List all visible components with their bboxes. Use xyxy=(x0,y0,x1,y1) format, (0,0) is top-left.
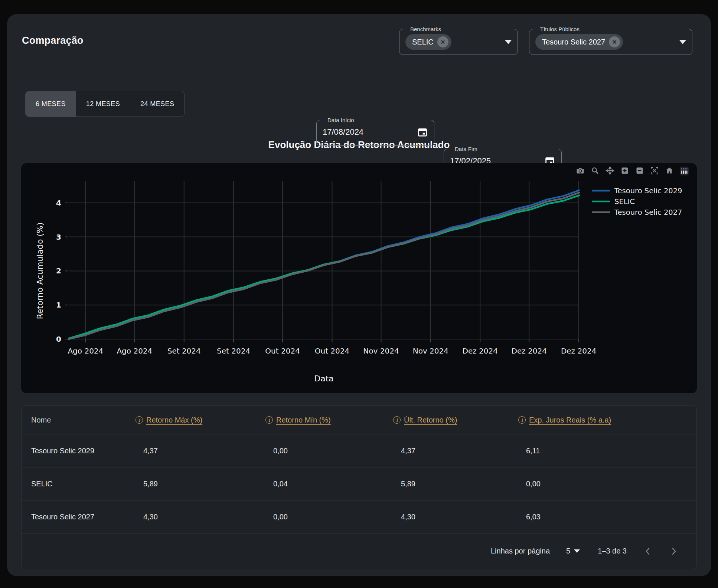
benchmarks-label: Benchmarks xyxy=(408,26,444,32)
x-tick-label: Dez 2024 xyxy=(561,346,596,355)
zoom-out-icon[interactable] xyxy=(635,166,644,175)
x-tick-label: Nov 2024 xyxy=(363,346,399,355)
x-tick-label: Ago 2024 xyxy=(117,346,152,355)
pagination-bar: Linhas por página 5 1–3 de 3 xyxy=(22,533,696,569)
card-header: Comparação Benchmarks SELIC × Títulos Pú… xyxy=(7,14,711,67)
summary-table-card: Nome iRetorno Máx (%) iRetorno Mín (%) i… xyxy=(21,405,697,569)
titulo-chip[interactable]: Tesouro Selic 2027 × xyxy=(535,34,623,50)
period-button-6m[interactable]: 6 MESES xyxy=(26,91,76,116)
previous-page-button[interactable] xyxy=(643,546,653,556)
plotly-modebar xyxy=(576,166,689,175)
y-tick-label: 2 xyxy=(56,266,61,275)
zoom-icon[interactable] xyxy=(591,166,600,175)
cell-retorno-max: 4,37 xyxy=(126,434,256,467)
remove-titulo-icon[interactable]: × xyxy=(609,36,620,47)
filter-row: 6 MESES 12 MESES 24 MESES Data Início 17… xyxy=(7,89,711,121)
x-tick-label: Dez 2024 xyxy=(512,346,547,355)
camera-icon[interactable] xyxy=(576,166,585,175)
chevron-down-icon xyxy=(505,40,512,44)
legend-label: Tesouro Selic 2029 xyxy=(614,187,682,195)
table-row: SELIC 5,89 0,04 5,89 0,00 xyxy=(22,467,696,500)
series-line-tesouro-selic-2027 xyxy=(69,193,579,339)
benchmarks-select[interactable]: Benchmarks SELIC × xyxy=(399,26,518,55)
calendar-icon[interactable] xyxy=(417,127,428,138)
legend-label: SELIC xyxy=(614,197,635,206)
titulos-label: Títulos Públicos xyxy=(538,26,582,32)
cell-nome: Tesouro Selic 2027 xyxy=(22,500,126,533)
period-button-group: 6 MESES 12 MESES 24 MESES xyxy=(25,91,185,117)
chevron-down-icon xyxy=(574,549,580,553)
remove-benchmark-icon[interactable]: × xyxy=(437,36,448,47)
cell-retorno-min: 0,04 xyxy=(256,467,384,500)
zoom-in-icon[interactable] xyxy=(620,166,629,175)
x-tick-label: Set 2024 xyxy=(217,346,250,355)
cell-nome: SELIC xyxy=(22,467,126,500)
benchmark-chip-label: SELIC xyxy=(412,38,434,46)
x-grid: Ago 2024Ago 2024Set 2024Set 2024Out 2024… xyxy=(68,181,596,355)
x-tick-label: Set 2024 xyxy=(167,346,201,355)
x-tick-label: Out 2024 xyxy=(315,346,350,355)
y-tick-label: 4 xyxy=(56,198,61,207)
y-tick-label: 1 xyxy=(56,300,61,309)
titulo-chip-label: Tesouro Selic 2027 xyxy=(542,38,605,46)
page-title: Comparação xyxy=(22,35,84,46)
chart-legend[interactable]: Tesouro Selic 2029SELICTesouro Selic 202… xyxy=(592,187,682,217)
accumulated-return-chart: Ago 2024Ago 2024Set 2024Set 2024Out 2024… xyxy=(21,163,697,393)
info-icon[interactable]: i xyxy=(136,416,143,424)
data-fim-label: Data Fim xyxy=(452,146,480,152)
column-header-exp-juros[interactable]: iExp. Juros Reais (% a.a) xyxy=(518,416,611,424)
y-tick-label: 0 xyxy=(56,335,61,344)
rows-per-page-value: 5 xyxy=(566,547,570,555)
x-tick-label: Out 2024 xyxy=(265,346,300,355)
reset-axes-home-icon[interactable] xyxy=(665,166,674,175)
cell-ult-retorno: 4,30 xyxy=(384,500,509,533)
period-button-24m[interactable]: 24 MESES xyxy=(130,91,184,116)
column-header-retorno-min[interactable]: iRetorno Mín (%) xyxy=(265,416,331,424)
info-icon[interactable]: i xyxy=(518,416,526,424)
column-header-nome: Nome xyxy=(22,406,126,434)
table-header-row: Nome iRetorno Máx (%) iRetorno Mín (%) i… xyxy=(22,406,696,434)
cell-exp-juros: 6,03 xyxy=(509,500,696,533)
x-tick-label: Nov 2024 xyxy=(413,346,448,355)
data-inicio-label: Data Início xyxy=(325,117,357,123)
cell-retorno-min: 0,00 xyxy=(256,434,384,467)
rows-per-page-label: Linhas por página xyxy=(491,547,550,555)
next-page-button[interactable] xyxy=(669,546,679,556)
benchmark-chip[interactable]: SELIC × xyxy=(405,34,451,50)
x-axis-title: Data xyxy=(314,374,334,383)
rows-per-page-select[interactable]: 5 xyxy=(566,547,580,555)
x-tick-label: Ago 2024 xyxy=(68,346,103,355)
period-button-12m[interactable]: 12 MESES xyxy=(76,91,130,116)
cell-retorno-max: 4,30 xyxy=(126,500,256,533)
data-inicio-value[interactable]: 17/08/2024 xyxy=(323,127,363,137)
table-row: Tesouro Selic 2029 4,37 0,00 4,37 6,11 xyxy=(22,434,696,467)
column-header-ult-retorno[interactable]: iÚlt. Retorno (%) xyxy=(393,416,457,424)
pan-icon[interactable] xyxy=(606,166,614,175)
legend-label: Tesouro Selic 2027 xyxy=(614,208,682,217)
cell-ult-retorno: 4,37 xyxy=(384,434,509,467)
info-icon[interactable]: i xyxy=(265,416,273,424)
cell-exp-juros: 6,11 xyxy=(509,434,696,467)
chevron-down-icon xyxy=(679,40,686,44)
header-selects: Benchmarks SELIC × Títulos Públicos Teso… xyxy=(399,26,692,55)
summary-table: Nome iRetorno Máx (%) iRetorno Mín (%) i… xyxy=(22,406,696,533)
y-tick-label: 3 xyxy=(56,233,61,242)
cell-nome: Tesouro Selic 2029 xyxy=(22,434,126,467)
page-range-label: 1–3 de 3 xyxy=(598,547,627,555)
data-inicio-field[interactable]: Data Início 17/08/2024 xyxy=(316,117,434,146)
x-tick-label: Dez 2024 xyxy=(463,346,498,355)
comparison-card: Comparação Benchmarks SELIC × Títulos Pú… xyxy=(7,14,711,576)
autoscale-icon[interactable] xyxy=(650,166,659,175)
column-header-retorno-max[interactable]: iRetorno Máx (%) xyxy=(136,416,202,424)
plotly-logo-icon[interactable] xyxy=(680,166,689,175)
cell-retorno-min: 0,00 xyxy=(256,500,384,533)
table-row: Tesouro Selic 2027 4,30 0,00 4,30 6,03 xyxy=(22,500,696,533)
info-icon[interactable]: i xyxy=(393,416,401,424)
chart-panel: Ago 2024Ago 2024Set 2024Set 2024Out 2024… xyxy=(21,163,697,393)
titulos-select[interactable]: Títulos Públicos Tesouro Selic 2027 × xyxy=(529,26,692,55)
cell-retorno-max: 5,89 xyxy=(126,467,256,500)
cell-ult-retorno: 5,89 xyxy=(384,467,509,500)
cell-exp-juros: 0,00 xyxy=(509,467,696,500)
y-axis-title: Retorno Acumulado (%) xyxy=(35,222,45,319)
